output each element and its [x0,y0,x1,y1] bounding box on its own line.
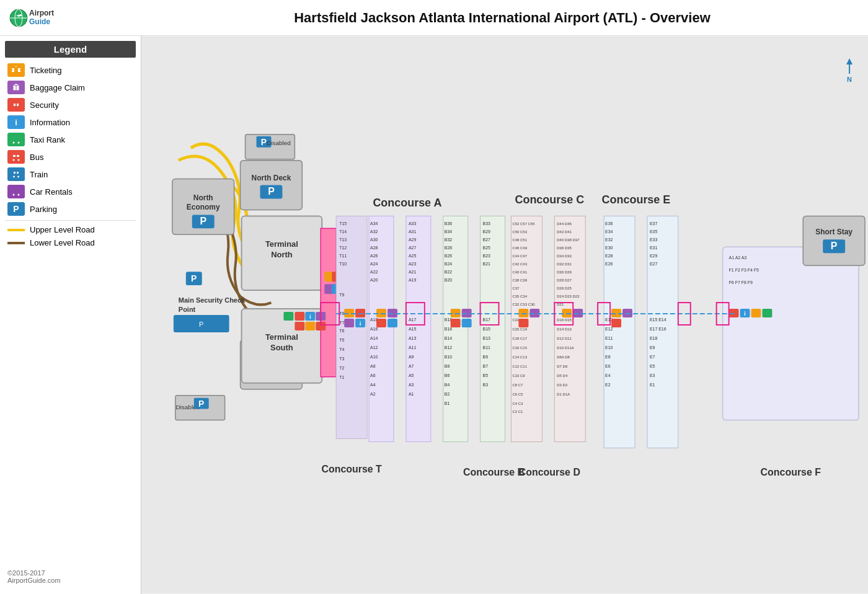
svg-point-25 [13,176,15,178]
taxi-icon [7,133,25,146]
svg-text:A27: A27 [409,246,417,250]
svg-text:B29: B29 [483,229,491,234]
legend-item-taxi: Taxi Rank [0,131,141,148]
svg-text:A30: A30 [370,237,378,242]
information-icon: i [7,115,25,129]
svg-text:D14 D13: D14 D13 [557,327,572,331]
svg-text:C35 C34: C35 C34 [512,295,527,298]
svg-text:C37: C37 [512,286,520,290]
svg-text:C20 C19: C20 C19 [512,327,527,331]
svg-text:Disabled: Disabled [267,140,291,146]
svg-text:D40 D38 D37: D40 D38 D37 [557,238,580,242]
svg-rect-78 [305,322,315,330]
svg-text:A31: A31 [409,229,417,234]
svg-text:D16 D15: D16 D15 [557,318,572,322]
svg-text:A29: A29 [409,237,417,242]
svg-text:Concourse E: Concourse E [602,193,671,206]
svg-text:C16 C15: C16 C15 [512,346,527,350]
svg-rect-24 [17,172,19,174]
legend-divider [5,220,136,221]
upper-road-label: Upper Level Road [30,225,95,234]
svg-rect-280 [751,309,761,317]
svg-text:B14: B14 [445,336,453,340]
svg-text:South: South [270,343,293,352]
upper-road-icon [7,229,25,231]
svg-text:Concourse D: Concourse D [519,467,580,477]
svg-text:T3: T3 [339,357,344,361]
svg-text:A20: A20 [370,278,378,282]
svg-rect-22 [12,171,20,177]
svg-text:A17: A17 [409,317,417,322]
svg-point-30 [18,194,20,196]
svg-rect-235 [604,216,635,448]
svg-text:E15 E14: E15 E14 [650,317,666,322]
svg-text:T6: T6 [339,329,344,333]
svg-text:C52 C57 C55: C52 C57 C55 [512,222,535,226]
svg-text:C44 C47: C44 C47 [512,254,527,258]
svg-text:A14: A14 [370,336,378,340]
svg-text:A6: A6 [370,373,376,378]
svg-text:T5: T5 [339,338,344,342]
svg-text:B9: B9 [483,355,489,359]
lower-road-icon [7,242,25,244]
svg-text:T1: T1 [339,375,344,379]
bus-label: Bus [30,153,43,162]
svg-text:A25: A25 [409,254,417,258]
svg-text:P: P [199,321,203,328]
logo: Airport Guide [7,6,82,30]
svg-text:B27: B27 [483,237,491,242]
svg-text:A5: A5 [409,373,414,378]
svg-text:Short Stay: Short Stay [815,228,852,236]
svg-text:B11: B11 [483,345,491,350]
svg-text:A26: A26 [370,254,378,258]
svg-text:P: P [268,186,275,197]
map-container: North Economy P North Deck P P Disabled … [141,36,868,594]
svg-text:E18: E18 [650,336,658,340]
svg-text:T7: T7 [339,321,344,325]
baggage-icon [7,81,25,94]
svg-text:North Deck: North Deck [252,174,291,182]
svg-text:C14 C13: C14 C13 [512,355,527,359]
svg-text:C42 C43: C42 C43 [512,262,527,266]
svg-rect-269 [723,247,859,420]
svg-text:B10: B10 [445,355,453,359]
svg-text:D24 D23 D22: D24 D23 D22 [557,295,580,298]
svg-point-21 [18,159,20,161]
svg-text:E7: E7 [650,355,655,359]
svg-text:E11: E11 [605,336,613,340]
svg-rect-182 [462,319,472,327]
legend-item-bus: Bus [0,148,141,166]
ticketing-icon [7,63,25,77]
svg-rect-231 [518,319,528,327]
svg-text:A12: A12 [370,345,378,350]
svg-text:Concourse A: Concourse A [373,197,441,209]
svg-rect-17 [12,154,20,160]
svg-text:C10 C9: C10 C9 [512,374,525,378]
svg-text:B28: B28 [445,246,453,250]
svg-rect-19 [17,155,19,157]
svg-text:B1: B1 [445,401,450,406]
svg-text:B20: B20 [445,278,453,282]
svg-text:C48 C51: C48 C51 [512,238,527,242]
information-label: Information [30,118,70,127]
train-icon [7,167,25,181]
svg-text:Guide: Guide [29,17,50,26]
main-content: Legend Ticketing Baggage Claim Security [0,36,868,594]
svg-text:D10 D11A: D10 D11A [557,346,574,350]
svg-text:i: i [360,320,361,327]
svg-text:E4: E4 [605,373,611,378]
parking-label: Parking [30,205,57,214]
svg-text:E32: E32 [605,237,613,242]
taxi-label: Taxi Rank [30,135,65,144]
svg-text:A13: A13 [409,336,417,340]
svg-rect-142 [376,319,386,327]
svg-text:E35: E35 [650,229,658,234]
svg-text:T2: T2 [339,366,344,370]
svg-rect-267 [611,319,621,327]
svg-text:E36: E36 [605,221,613,226]
svg-text:C38 C39: C38 C39 [512,278,527,282]
svg-text:A24: A24 [370,262,378,266]
svg-text:A10: A10 [370,355,378,359]
svg-text:B4: B4 [445,383,450,387]
legend-item-upper-road: Upper Level Road [0,223,141,236]
